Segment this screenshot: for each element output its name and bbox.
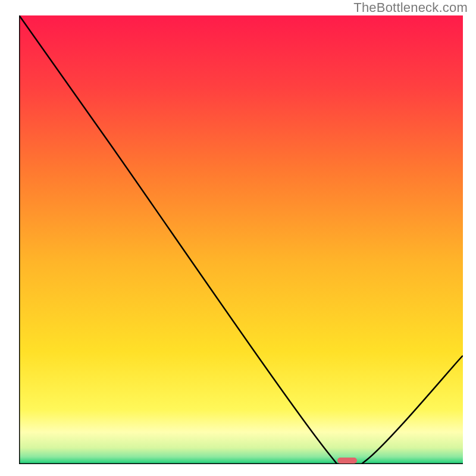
- chart-container: TheBottleneck.com: [0, 0, 476, 476]
- chart-plot: [19, 15, 463, 464]
- optimum-marker: [337, 458, 358, 464]
- svg-rect-0: [20, 15, 463, 464]
- watermark-label: TheBottleneck.com: [353, 0, 468, 15]
